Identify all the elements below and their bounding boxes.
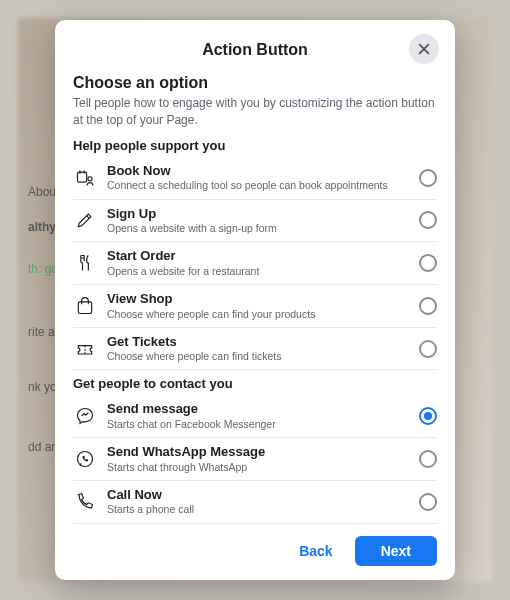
next-button[interactable]: Next (355, 536, 437, 566)
radio-control[interactable] (419, 493, 437, 511)
option-desc: Choose where people can find your produc… (107, 308, 411, 321)
whatsapp-icon (73, 447, 97, 471)
option-desc: Starts chat on Facebook Messenger (107, 418, 411, 431)
svg-rect-0 (78, 172, 87, 182)
option-text: Send message Starts chat on Facebook Mes… (107, 401, 411, 431)
option-desc: Starts chat through WhatsApp (107, 461, 411, 474)
radio-control[interactable] (419, 450, 437, 468)
svg-point-1 (88, 176, 92, 180)
close-button[interactable] (409, 34, 439, 64)
option-desc: Starts a phone call (107, 503, 411, 516)
option-view-shop[interactable]: View Shop Choose where people can find y… (73, 285, 437, 328)
option-start-order[interactable]: Start Order Opens a website for a restau… (73, 242, 437, 285)
radio-control[interactable] (419, 407, 437, 425)
option-book-now[interactable]: Book Now Connect a scheduling tool so pe… (73, 157, 437, 200)
choose-option-subheading: Tell people how to engage with you by cu… (73, 95, 437, 127)
option-title: View Shop (107, 291, 411, 307)
option-text: Sign Up Opens a website with a sign-up f… (107, 206, 411, 236)
option-text: Send WhatsApp Message Starts chat throug… (107, 444, 411, 474)
radio-control[interactable] (419, 340, 437, 358)
section-support-label: Help people support you (73, 138, 437, 153)
option-title: Start Order (107, 248, 411, 264)
option-get-tickets[interactable]: Get Tickets Choose where people can find… (73, 328, 437, 371)
option-title: Send WhatsApp Message (107, 444, 411, 460)
option-title: Book Now (107, 163, 411, 179)
svg-rect-2 (78, 302, 91, 314)
ticket-icon (73, 337, 97, 361)
option-text: View Shop Choose where people can find y… (107, 291, 411, 321)
option-desc: Connect a scheduling tool so people can … (107, 179, 411, 192)
section-contact-label: Get people to contact you (73, 376, 437, 391)
option-sign-up[interactable]: Sign Up Opens a website with a sign-up f… (73, 200, 437, 243)
utensils-icon (73, 251, 97, 275)
dialog-footer: Back Next (73, 536, 437, 566)
dialog-title: Action Button (202, 41, 308, 59)
option-title: Get Tickets (107, 334, 411, 350)
action-button-dialog: Action Button Choose an option Tell peop… (55, 20, 455, 579)
choose-option-heading: Choose an option (73, 74, 437, 92)
radio-control[interactable] (419, 254, 437, 272)
option-desc: Choose where people can find tickets (107, 350, 411, 363)
close-icon (417, 42, 431, 56)
radio-control[interactable] (419, 169, 437, 187)
option-send-message[interactable]: Send message Starts chat on Facebook Mes… (73, 395, 437, 438)
option-desc: Opens a website for a restaurant (107, 265, 411, 278)
pencil-icon (73, 208, 97, 232)
option-call-now[interactable]: Call Now Starts a phone call (73, 481, 437, 524)
option-desc: Opens a website with a sign-up form (107, 222, 411, 235)
option-send-whatsapp[interactable]: Send WhatsApp Message Starts chat throug… (73, 438, 437, 481)
radio-control[interactable] (419, 297, 437, 315)
phone-icon (73, 490, 97, 514)
option-title: Send message (107, 401, 411, 417)
option-text: Get Tickets Choose where people can find… (107, 334, 411, 364)
calendar-person-icon (73, 166, 97, 190)
option-title: Call Now (107, 487, 411, 503)
option-text: Start Order Opens a website for a restau… (107, 248, 411, 278)
dialog-header: Action Button (73, 36, 437, 64)
option-text: Book Now Connect a scheduling tool so pe… (107, 163, 411, 193)
back-button[interactable]: Back (285, 536, 346, 566)
radio-control[interactable] (419, 211, 437, 229)
option-text: Call Now Starts a phone call (107, 487, 411, 517)
option-title: Sign Up (107, 206, 411, 222)
messenger-icon (73, 404, 97, 428)
shopping-bag-icon (73, 294, 97, 318)
